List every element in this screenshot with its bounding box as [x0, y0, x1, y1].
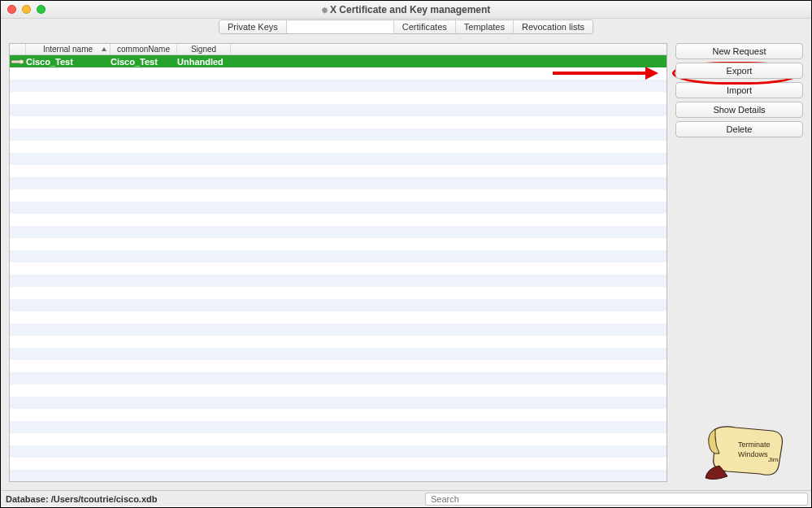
- tab-certificates[interactable]: Certificates: [394, 20, 456, 33]
- import-button[interactable]: Import: [675, 82, 803, 98]
- column-internal-name[interactable]: Internal name: [26, 44, 111, 54]
- cell-signed: Unhandled: [177, 57, 231, 67]
- column-signed[interactable]: Signed: [177, 44, 231, 54]
- tab-active-spacer: [287, 20, 394, 33]
- close-window-button[interactable]: [7, 5, 16, 14]
- show-details-button[interactable]: Show Details: [675, 102, 803, 118]
- tab-private-keys[interactable]: Private Keys: [219, 20, 287, 33]
- table-row[interactable]: Cisco_Test Cisco_Test Unhandled: [10, 55, 667, 67]
- delete-button[interactable]: Delete: [675, 121, 803, 137]
- svg-text:Windows: Windows: [738, 450, 768, 458]
- window-title: ⎈ X Certificate and Key management: [1, 4, 811, 15]
- request-list-panel: Internal name commonName Signed: [9, 43, 667, 482]
- action-sidebar: New Request Export Import Show Details D…: [675, 43, 803, 482]
- cell-common-name: Cisco_Test: [111, 57, 177, 67]
- svg-text:Jim: Jim: [768, 456, 779, 463]
- table-header: Internal name commonName Signed: [10, 44, 667, 55]
- app-logo-scroll-icon: Terminate Windows Jim: [675, 417, 803, 482]
- cell-internal-name: Cisco_Test: [26, 57, 111, 67]
- search-input[interactable]: [425, 493, 808, 506]
- database-path-label: Database: /Users/tcoutrie/cisco.xdb: [1, 494, 162, 504]
- new-request-button[interactable]: New Request: [675, 43, 803, 59]
- status-bar: Database: /Users/tcoutrie/cisco.xdb: [1, 490, 811, 506]
- minimize-window-button[interactable]: [22, 5, 31, 14]
- category-tabbar: Private Keys Certificates Templates Revo…: [1, 19, 811, 35]
- export-button[interactable]: Export: [675, 63, 803, 79]
- column-icon[interactable]: [10, 44, 26, 54]
- window-controls: [1, 5, 46, 14]
- svg-text:Terminate: Terminate: [738, 441, 771, 449]
- tab-templates[interactable]: Templates: [456, 20, 514, 33]
- titlebar: ⎈ X Certificate and Key management: [1, 1, 811, 19]
- zoom-window-button[interactable]: [37, 5, 46, 14]
- csr-icon: [10, 58, 26, 66]
- table-body[interactable]: Cisco_Test Cisco_Test Unhandled: [10, 55, 667, 481]
- tab-revocation-lists[interactable]: Revocation lists: [514, 20, 593, 33]
- column-common-name[interactable]: commonName: [111, 44, 177, 54]
